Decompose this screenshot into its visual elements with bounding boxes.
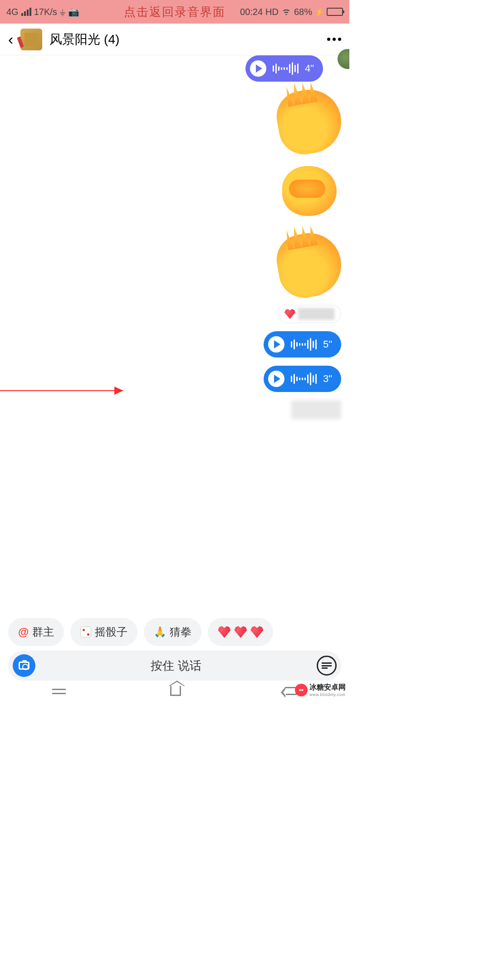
voice-message[interactable]: 4" (245, 55, 323, 82)
reaction-bubble[interactable] (278, 305, 341, 323)
network-label: 4G (6, 7, 19, 17)
keyboard-icon (322, 662, 332, 669)
chip-dice[interactable]: 摇骰子 (70, 618, 137, 646)
sticker-hand-wave[interactable] (278, 90, 341, 153)
camera-button[interactable] (13, 654, 35, 677)
camera-status-icon: 📷 (68, 6, 79, 17)
watermark-url: www.btxtdmy.com (309, 692, 346, 697)
keyboard-button[interactable] (317, 656, 337, 676)
blurred-content (298, 308, 334, 320)
hold-to-talk[interactable]: 按住 说话 (42, 658, 310, 674)
heart-icon (250, 626, 263, 638)
suggestion-row: @ 群主 摇骰子 🙏 猜拳 (0, 618, 349, 646)
input-bar: 按住 说话 (8, 651, 341, 681)
sticker-hand-wave[interactable] (278, 233, 341, 297)
heart-icon (234, 626, 247, 638)
watermark-text: 冰糖安卓网 (309, 683, 346, 691)
voice-duration: 3" (323, 373, 332, 385)
voice-duration: 4" (305, 63, 314, 74)
signal-icon (21, 8, 31, 16)
waveform-icon (291, 338, 317, 351)
voice-message[interactable]: 5" (264, 331, 341, 358)
battery-icon (327, 8, 343, 16)
chat-header: ‹ 风景阳光 (4) (0, 24, 349, 55)
battery-pct: 68% (294, 7, 312, 17)
play-icon[interactable] (268, 371, 284, 387)
back-icon[interactable]: ‹ (8, 30, 13, 48)
sticker-hand-fist[interactable] (278, 162, 341, 225)
play-icon[interactable] (268, 336, 284, 353)
blurred-content (291, 400, 341, 419)
clock: 00:24 (240, 7, 263, 17)
waveform-icon (273, 62, 299, 75)
rps-icon: 🙏 (154, 626, 166, 638)
charging-icon: ⚡ (315, 8, 324, 16)
status-bar: 4G 17K/s ⏚ 📷 00:24 HD 68% ⚡ (0, 0, 349, 24)
watermark: •• 冰糖安卓网 www.btxtdmy.com (295, 683, 346, 697)
speed-label: 17K/s (34, 7, 57, 17)
nav-home-icon[interactable] (170, 686, 181, 696)
annotation-arrow (0, 390, 122, 391)
more-icon[interactable] (327, 38, 341, 41)
waveform-icon (291, 372, 317, 385)
nav-recents-icon[interactable] (52, 688, 66, 694)
voice-message[interactable]: 3" (264, 366, 341, 392)
group-avatar[interactable] (20, 29, 42, 50)
usb-icon: ⏚ (60, 7, 65, 17)
watermark-icon: •• (295, 684, 308, 696)
heart-icon (284, 309, 295, 319)
camera-icon (19, 662, 29, 670)
wifi-icon (281, 8, 291, 15)
chat-title[interactable]: 风景阳光 (4) (49, 31, 320, 48)
dice-icon (80, 627, 91, 637)
chip-mention-owner[interactable]: @ 群主 (8, 618, 64, 646)
voice-duration: 5" (323, 338, 332, 350)
chip-rock-paper-scissors[interactable]: 🙏 猜拳 (144, 618, 201, 646)
at-icon: @ (18, 626, 29, 638)
chat-scroll[interactable]: 4" 5" 3" (0, 55, 349, 612)
play-icon[interactable] (250, 60, 266, 77)
hd-label: HD (265, 7, 279, 17)
heart-icon (218, 626, 230, 638)
chip-hearts[interactable] (208, 618, 273, 646)
